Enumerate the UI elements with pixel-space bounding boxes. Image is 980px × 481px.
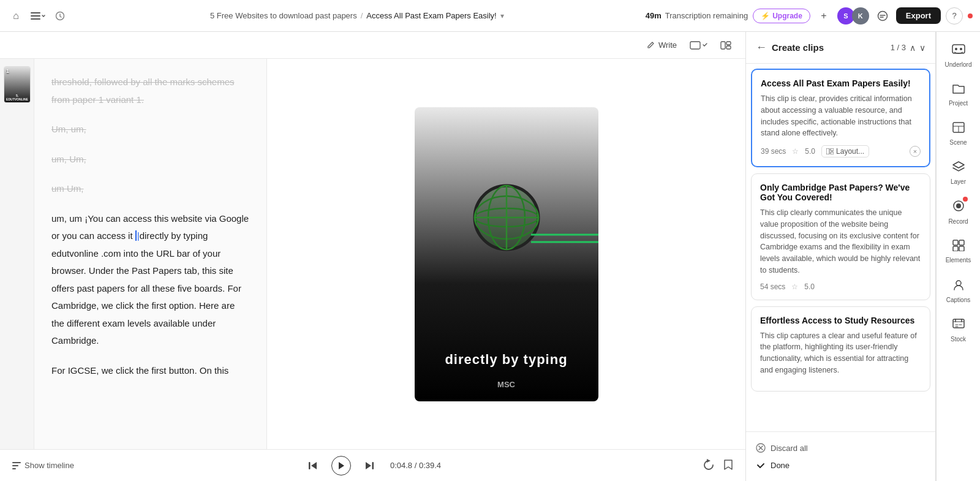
svg-point-41 <box>956 203 961 208</box>
record-icon <box>952 199 965 216</box>
skip-back-button[interactable] <box>304 457 322 474</box>
svg-marker-26 <box>366 462 371 469</box>
done-label: Done <box>771 461 790 470</box>
captions-label: Captions <box>946 297 970 303</box>
sidebar-item-record[interactable]: Record <box>940 194 977 230</box>
svg-rect-34 <box>952 45 965 53</box>
write-label: Write <box>658 40 677 50</box>
video-panel: directly by typing MSC <box>267 59 745 449</box>
topbar: ⌂ 5 Free Websites to download past paper… <box>0 0 980 32</box>
project-icon <box>952 82 965 97</box>
bookmark-icon[interactable] <box>723 459 733 472</box>
clips-footer: Discard all Done <box>746 431 935 481</box>
svg-rect-45 <box>959 246 964 251</box>
export-button[interactable]: Export <box>896 7 941 24</box>
upgrade-label: Upgrade <box>772 12 802 20</box>
sidebar-item-layer[interactable]: Layer <box>940 154 977 191</box>
clip-card-2[interactable]: Only Cambridge Past Papers? We've Got Yo… <box>751 173 930 300</box>
pagination-up[interactable]: ∧ <box>910 43 916 53</box>
transcript-paragraph-2: Um, um, <box>51 121 249 138</box>
sidebar-item-project[interactable]: Project <box>940 76 977 113</box>
thumb-label: 5. EDUTVONLINE <box>4 94 30 101</box>
sidebar-item-captions[interactable]: Captions <box>940 272 977 309</box>
svg-rect-29 <box>831 148 834 151</box>
breadcrumb-chevron[interactable]: ▾ <box>500 12 504 20</box>
sidebar-item-underlord[interactable]: Underlord <box>940 37 977 74</box>
breadcrumb-part1[interactable]: 5 Free Websites to download past papers <box>210 11 357 20</box>
clip-card-3[interactable]: Effortless Access to Study Resources Thi… <box>751 306 930 392</box>
svg-rect-28 <box>826 148 829 154</box>
menu-icon[interactable] <box>29 7 47 25</box>
clip-duration-2: 54 secs <box>760 282 785 291</box>
clip-duration-1: 39 secs <box>761 147 786 156</box>
svg-rect-47 <box>953 319 964 328</box>
layer-icon <box>952 161 965 176</box>
clip-close-button-1[interactable]: × <box>910 146 921 157</box>
svg-rect-44 <box>953 246 958 251</box>
clips-title: Create clips <box>772 42 886 53</box>
clip-card-1[interactable]: Access All Past Exam Papers Easily! This… <box>751 69 930 167</box>
editor-toolbar: Write <box>0 32 745 59</box>
write-button[interactable]: Write <box>641 38 682 52</box>
clips-header: ← Create clips 1 / 3 ∧ ∨ <box>746 32 935 64</box>
svg-rect-0 <box>31 12 40 13</box>
breadcrumb-separator: / <box>361 11 363 20</box>
rewind-icon[interactable] <box>703 459 715 472</box>
transcript-cursor: | <box>135 230 140 241</box>
sidebar-item-elements[interactable]: Elements <box>940 233 977 270</box>
add-icon[interactable]: + <box>815 7 832 25</box>
transcript-line: threshold, followed by all the marks sch… <box>51 77 234 105</box>
svg-point-35 <box>955 48 957 50</box>
show-timeline-button[interactable]: Show timeline <box>12 461 74 470</box>
svg-point-4 <box>878 11 887 20</box>
sidebar-item-scene[interactable]: Scene <box>940 115 977 152</box>
discard-all-button[interactable]: Discard all <box>756 439 925 456</box>
clip-desc-2: This clip clearly communicates the uniqu… <box>760 207 921 276</box>
record-label: Record <box>948 218 968 225</box>
green-lines-icon <box>531 230 598 248</box>
notification-dot <box>968 13 973 18</box>
playback-bar: Show timeline 0:04.8 / 0:39.4 <box>0 449 745 481</box>
clip-rating-1: 5.0 <box>805 147 815 156</box>
upgrade-button[interactable]: ⚡ Upgrade <box>753 9 810 23</box>
clip-layout-button-1[interactable]: Layout... <box>821 145 869 157</box>
play-button[interactable] <box>331 456 351 475</box>
home-icon[interactable]: ⌂ <box>7 7 24 25</box>
clips-back-button[interactable]: ← <box>756 41 767 54</box>
breadcrumb-current: Access All Past Exam Papers Easily! <box>366 11 496 20</box>
pagination-down[interactable]: ∨ <box>919 43 925 53</box>
underlord-label: Underlord <box>945 61 972 68</box>
video-overlay-text: directly by typing <box>432 352 579 380</box>
transcription-label: Transcription remaining <box>665 11 748 20</box>
transcript-paragraph-5: um, um ¡You can access this website via … <box>51 210 249 350</box>
sidebar-item-stock[interactable]: Stock <box>940 311 977 348</box>
topbar-center: 5 Free Websites to download past papers … <box>74 11 641 20</box>
skip-forward-button[interactable] <box>361 457 378 474</box>
history-icon[interactable] <box>51 7 69 25</box>
topbar-left: ⌂ <box>7 7 69 25</box>
device-toggle-button[interactable] <box>689 36 709 55</box>
clip-star-icon: ☆ <box>792 147 799 156</box>
playback-right-controls <box>703 459 733 472</box>
svg-rect-7 <box>726 42 731 45</box>
thumbnail-item-1[interactable]: 1 5. EDUTVONLINE <box>4 66 31 103</box>
chat-icon[interactable] <box>874 7 891 25</box>
video-preview: directly by typing MSC <box>415 107 598 401</box>
show-timeline-label: Show timeline <box>24 461 74 470</box>
sidebar-right: Underlord Project Scene <box>936 32 980 481</box>
clip-star-icon-2: ☆ <box>791 282 798 291</box>
clips-panel: ← Create clips 1 / 3 ∧ ∨ Access All Past… <box>746 32 936 481</box>
captions-icon <box>952 278 965 294</box>
avatar-k: K <box>852 7 869 25</box>
discard-label: Discard all <box>771 444 808 453</box>
avatar-group: S K <box>837 7 869 25</box>
help-icon[interactable]: ? <box>946 7 963 25</box>
transcript-panel: threshold, followed by all the marks sch… <box>34 59 267 449</box>
record-dot <box>963 197 968 202</box>
current-time: 0:04.8 <box>390 461 412 470</box>
svg-rect-6 <box>721 42 725 49</box>
layout-icon[interactable] <box>716 36 736 55</box>
done-button[interactable]: Done <box>756 456 925 474</box>
bolt-icon: ⚡ <box>761 12 770 20</box>
transcript-text: threshold, followed by all the marks sch… <box>51 74 249 379</box>
